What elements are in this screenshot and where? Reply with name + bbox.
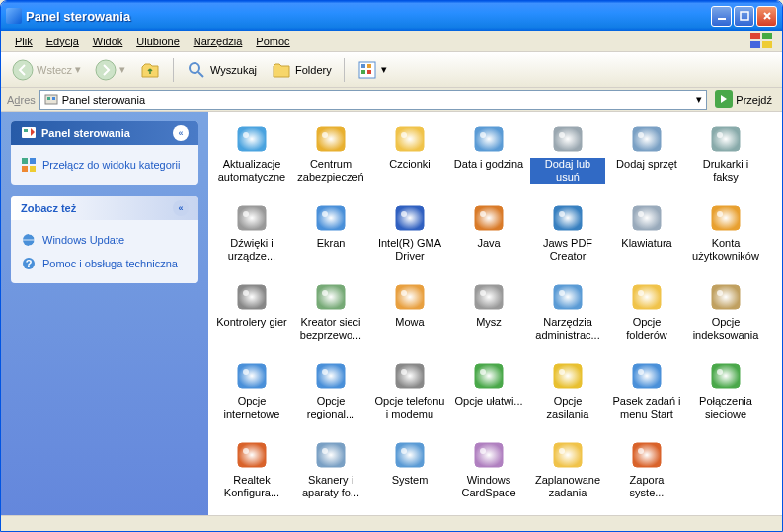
cp-item-firewall[interactable]: Zapora syste... <box>607 437 686 514</box>
svg-point-50 <box>559 211 565 217</box>
svg-rect-61 <box>475 285 503 309</box>
sidebar: Panel sterowania « Przełącz do widoku ka… <box>1 112 208 515</box>
maximize-button[interactable] <box>734 6 754 27</box>
cp-item-label: Opcje folderów <box>609 316 684 342</box>
cp-item-scanner[interactable]: Skanery i aparaty fo... <box>291 437 370 514</box>
svg-point-86 <box>322 448 328 454</box>
cp-item-hardware[interactable]: Dodaj sprzęt <box>607 121 686 198</box>
cp-item-joystick[interactable]: Kontrolery gier <box>212 279 291 356</box>
cp-item-audio[interactable]: Realtek Konfigura... <box>212 437 291 514</box>
cp-item-power[interactable]: Opcje zasilania <box>528 358 607 435</box>
menu-help[interactable]: Pomoc <box>250 34 295 49</box>
cp-item-speech[interactable]: Mowa <box>370 279 449 356</box>
cp-item-speaker[interactable]: Dźwięki i urządze... <box>212 200 291 277</box>
cp-item-java[interactable]: Java <box>449 200 528 277</box>
cp-item-wifi[interactable]: Kreator sieci bezprzewo... <box>291 279 370 356</box>
svg-rect-63 <box>554 285 582 309</box>
cp-item-network[interactable]: Połączenia sieciowe <box>686 358 765 435</box>
windows-flag-icon[interactable] <box>750 33 774 50</box>
icon-view[interactable]: Aktualizacje automatyczneCentrum zabezpi… <box>208 112 782 515</box>
cp-item-scheduled[interactable]: Zaplanowane zadania <box>528 437 607 514</box>
cp-item-internet[interactable]: Opcje internetowe <box>212 358 291 435</box>
forward-button[interactable]: ▾ <box>90 56 130 84</box>
address-label: Adres <box>7 94 36 106</box>
titlebar[interactable]: Panel sterowania <box>1 1 782 31</box>
cp-item-system[interactable]: System <box>370 437 449 514</box>
cp-item-users[interactable]: Konta użytkowników <box>686 200 765 277</box>
svg-point-40 <box>717 132 723 138</box>
cp-item-admin-tools[interactable]: Narzędzia administrac... <box>528 279 607 356</box>
help-support-link[interactable]: ? Pomoc i obsługa techniczna <box>21 252 189 275</box>
svg-rect-13 <box>367 70 371 74</box>
cp-item-display[interactable]: Ekran <box>291 200 370 277</box>
switch-category-view-link[interactable]: Przełącz do widoku kategorii <box>21 153 189 177</box>
cp-item-keyboard[interactable]: Klawiatura <box>607 200 686 277</box>
menu-file[interactable]: Plik <box>9 34 39 49</box>
up-button[interactable] <box>134 56 166 84</box>
svg-point-36 <box>559 132 565 138</box>
svg-point-34 <box>480 132 486 138</box>
go-button[interactable]: Przejdź <box>711 88 776 112</box>
minimize-button[interactable] <box>711 6 732 27</box>
panel-seealso-header[interactable]: Zobacz też « <box>11 196 198 220</box>
printer-icon <box>710 123 742 155</box>
collapse-icon: « <box>173 200 189 216</box>
svg-rect-75 <box>475 364 503 388</box>
cp-item-taskbar[interactable]: Pasek zadań i menu Start <box>607 358 686 435</box>
svg-point-46 <box>401 211 407 217</box>
cp-item-indexing[interactable]: Opcje indeksowania <box>686 279 765 356</box>
cp-item-pdf[interactable]: Jaws PDF Creator <box>528 200 607 277</box>
svg-point-68 <box>717 290 723 296</box>
cp-item-regional[interactable]: Opcje regional... <box>291 358 370 435</box>
svg-point-44 <box>322 211 328 217</box>
folder-font-icon <box>394 123 426 155</box>
cp-item-accessibility[interactable]: Opcje ułatwi... <box>449 358 528 435</box>
panel-control-title: Panel sterowania <box>41 127 130 139</box>
cp-item-chip[interactable]: Intel(R) GMA Driver <box>370 200 449 277</box>
cp-item-label: Dźwięki i urządze... <box>214 237 289 263</box>
address-input[interactable]: Panel sterowania ▾ <box>39 90 708 110</box>
svg-point-52 <box>638 211 644 217</box>
folders-button[interactable]: Foldery <box>266 56 337 84</box>
menu-favorites[interactable]: Ulubione <box>130 34 185 49</box>
cp-item-mouse[interactable]: Mysz <box>449 279 528 356</box>
address-dropdown-icon[interactable]: ▾ <box>696 93 702 106</box>
cp-item-cardspace[interactable]: Windows CardSpace <box>449 437 528 514</box>
panel-control-header[interactable]: Panel sterowania « <box>11 121 198 145</box>
cp-item-phone-modem[interactable]: Opcje telefonu i modemu <box>370 358 449 435</box>
svg-rect-35 <box>554 127 582 151</box>
search-button[interactable]: Wyszukaj <box>181 56 262 84</box>
svg-rect-91 <box>554 443 582 467</box>
svg-point-74 <box>401 369 407 375</box>
statusbar <box>1 515 782 531</box>
views-button[interactable]: ▾ <box>352 56 392 84</box>
svg-point-38 <box>638 132 644 138</box>
svg-rect-53 <box>712 206 740 230</box>
cp-item-folder-font[interactable]: Czcionki <box>370 121 449 198</box>
menu-view[interactable]: Widok <box>87 34 129 49</box>
svg-rect-87 <box>396 443 424 467</box>
svg-rect-77 <box>554 364 582 388</box>
folder-up-icon <box>139 59 161 81</box>
java-icon <box>473 202 505 234</box>
cp-item-clock[interactable]: Data i godzina <box>449 121 528 198</box>
close-button[interactable] <box>756 6 777 27</box>
svg-rect-79 <box>633 364 661 388</box>
cp-item-label: Centrum zabezpieczeń <box>293 158 368 184</box>
cp-item-shield-update[interactable]: Aktualizacje automatyczne <box>212 121 291 198</box>
menu-edit[interactable]: Edycja <box>40 34 85 49</box>
svg-rect-47 <box>475 206 503 230</box>
windows-update-link[interactable]: Windows Update <box>21 228 189 252</box>
back-button[interactable]: Wstecz ▾ <box>7 56 86 84</box>
cp-item-label: Kreator sieci bezprzewo... <box>293 316 368 342</box>
power-icon <box>552 360 584 392</box>
firewall-icon <box>631 439 663 471</box>
accessibility-icon <box>473 360 505 392</box>
cp-item-printer[interactable]: Drukarki i faksy <box>686 121 765 198</box>
cp-item-shield[interactable]: Centrum zabezpieczeń <box>291 121 370 198</box>
clock-icon <box>473 123 505 155</box>
menu-tools[interactable]: Narzędzia <box>188 34 249 49</box>
cp-item-folder-options[interactable]: Opcje folderów <box>607 279 686 356</box>
cp-item-box-cd[interactable]: Dodaj lub usuń programy <box>528 121 607 198</box>
system-icon <box>394 439 426 471</box>
